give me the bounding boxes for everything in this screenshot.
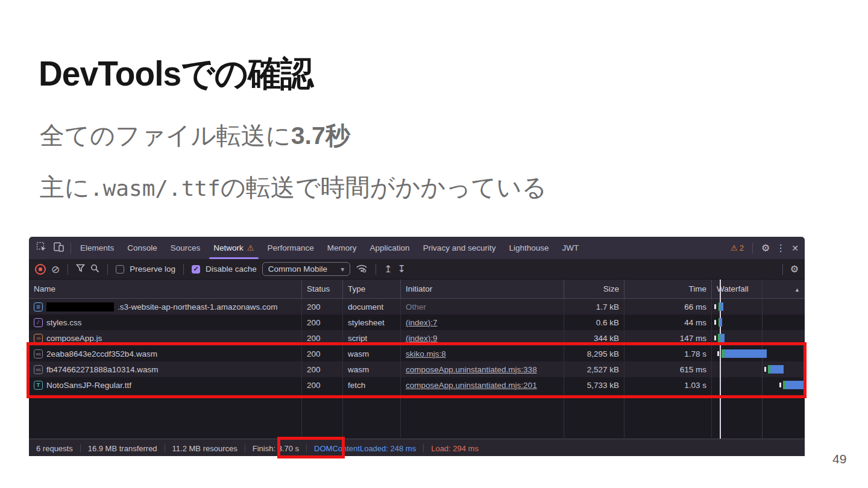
requests-table: Name Status Type Initiator Size Time Wat…	[29, 280, 805, 439]
document-icon	[34, 302, 43, 311]
waterfall-tick	[714, 304, 716, 309]
page-number: 49	[832, 452, 846, 466]
divider	[68, 264, 68, 275]
table-header-row: Name Status Type Initiator Size Time Wat…	[29, 280, 805, 299]
network-summary-bar: 6 requests 16.9 MB transferred 11.2 MB r…	[29, 439, 805, 456]
file-extensions: .wasm/.ttf	[90, 176, 221, 201]
waterfall-tick	[779, 383, 781, 387]
export-har-icon[interactable]	[398, 263, 406, 275]
table-row[interactable]: 2eaba8643e2ccdf352b4.wasm 200 wasm skiko…	[29, 346, 805, 361]
import-har-icon[interactable]	[384, 263, 392, 275]
network-settings-gear-icon[interactable]	[790, 263, 799, 275]
preserve-log-label: Preserve log	[130, 264, 175, 274]
column-header-type[interactable]: Type	[342, 280, 400, 298]
table-row[interactable]: fb474662271888a10314.wasm 200 wasm compo…	[29, 361, 805, 377]
waterfall-bar	[718, 334, 725, 342]
column-header-time[interactable]: Time	[624, 280, 711, 298]
tab-elements[interactable]: Elements	[74, 237, 121, 259]
column-header-status[interactable]: Status	[301, 280, 342, 298]
divider	[752, 243, 753, 254]
highlight-duration: 3.7秒	[291, 122, 350, 149]
waterfall-bar	[719, 318, 722, 327]
divider	[782, 264, 783, 275]
table-row[interactable]: .s3-website-ap-northeast-1.amazonaws.com…	[29, 299, 805, 314]
script-icon	[34, 334, 43, 343]
divider	[183, 264, 184, 275]
tab-network[interactable]: Network	[207, 237, 260, 259]
tab-console[interactable]: Console	[121, 237, 164, 259]
more-options-icon[interactable]	[776, 242, 785, 254]
waterfall-bar	[719, 302, 723, 311]
divider	[376, 264, 376, 275]
disable-cache-label: Disable cache	[206, 264, 257, 274]
search-icon[interactable]	[90, 264, 99, 275]
requests-count: 6 requests	[36, 444, 73, 453]
device-toolbar-icon[interactable]	[53, 242, 64, 254]
page-title: DevToolsでの確認	[39, 51, 313, 98]
table-row[interactable]: composeApp.js 200 script (index):9 344 k…	[29, 330, 805, 346]
devtools-panel: Elements Console Sources Network Perform…	[29, 237, 805, 456]
initiator-link[interactable]: composeApp.uninstantiated.mjs:201	[406, 381, 537, 390]
tab-lighthouse[interactable]: Lighthouse	[502, 237, 555, 259]
finish-time: Finish: 3.70 s	[253, 444, 299, 453]
table-row[interactable]: styles.css 200 stylesheet (index):7 0.6 …	[29, 314, 805, 330]
filter-icon[interactable]	[76, 264, 85, 274]
waterfall-tick	[717, 351, 719, 356]
initiator-link[interactable]: skiko.mjs:8	[406, 349, 446, 358]
divider	[71, 243, 71, 254]
waterfall-tick	[714, 320, 716, 325]
waterfall-tick	[764, 367, 766, 372]
tab-privacy-and-security[interactable]: Privacy and security	[417, 237, 503, 259]
wasm-icon	[34, 349, 43, 358]
inspect-element-icon[interactable]	[36, 242, 47, 254]
tab-memory[interactable]: Memory	[321, 237, 363, 259]
tab-performance[interactable]: Performance	[261, 237, 321, 259]
stylesheet-icon	[34, 318, 43, 327]
close-icon[interactable]	[791, 243, 799, 253]
tab-application[interactable]: Application	[363, 237, 417, 259]
column-header-waterfall[interactable]: Waterfall	[711, 280, 805, 298]
preserve-log-checkbox[interactable]	[116, 265, 124, 274]
redacted-domain	[46, 302, 114, 311]
wasm-icon	[34, 365, 43, 374]
tab-sources[interactable]: Sources	[164, 237, 207, 259]
load-time: Load: 294 ms	[431, 444, 479, 453]
waterfall-bar	[722, 349, 767, 358]
initiator-link[interactable]: composeApp.uninstantiated.mjs:338	[406, 365, 537, 374]
waterfall-tick	[714, 336, 716, 340]
resources-size: 11.2 MB resources	[172, 444, 237, 453]
clear-network-log-icon[interactable]	[51, 263, 60, 275]
network-conditions-icon[interactable]	[356, 263, 368, 275]
initiator-other: Other	[406, 302, 426, 311]
waterfall-bar	[783, 381, 805, 389]
settings-gear-icon[interactable]	[761, 242, 770, 254]
transferred-size: 16.9 MB transferred	[88, 444, 157, 453]
initiator-link[interactable]: (index):9	[406, 334, 438, 343]
initiator-link[interactable]: (index):7	[406, 318, 438, 327]
domcontentloaded-time: DOMContentLoaded: 248 ms	[314, 444, 416, 453]
chevron-down-icon	[341, 264, 344, 274]
slide-body-line-1: 全てのファイル転送に3.7秒	[40, 119, 350, 152]
divider	[107, 264, 108, 275]
disable-cache-checkbox[interactable]	[192, 265, 200, 274]
table-row[interactable]: NotoSansJP-Regular.ttf 200 fetch compose…	[29, 377, 805, 393]
column-header-name[interactable]: Name	[29, 280, 301, 298]
tab-jwt[interactable]: JWT	[555, 237, 585, 259]
font-icon	[34, 381, 43, 390]
record-button[interactable]	[35, 264, 46, 275]
issues-warning-badge[interactable]: 2	[731, 243, 744, 252]
network-warning-icon	[247, 243, 254, 252]
sort-ascending-icon	[794, 284, 800, 293]
waterfall-bar	[768, 365, 784, 374]
devtools-tabbar: Elements Console Sources Network Perform…	[29, 237, 805, 259]
table-empty-area	[29, 393, 805, 439]
column-header-initiator[interactable]: Initiator	[400, 280, 564, 298]
column-header-size[interactable]: Size	[564, 280, 624, 298]
slide-body-line-2: 主に.wasm/.ttfの転送で時間がかかっている	[40, 171, 547, 204]
network-toolbar: Preserve log Disable cache Common Mobile	[29, 259, 805, 280]
throttling-dropdown[interactable]: Common Mobile	[262, 262, 350, 276]
